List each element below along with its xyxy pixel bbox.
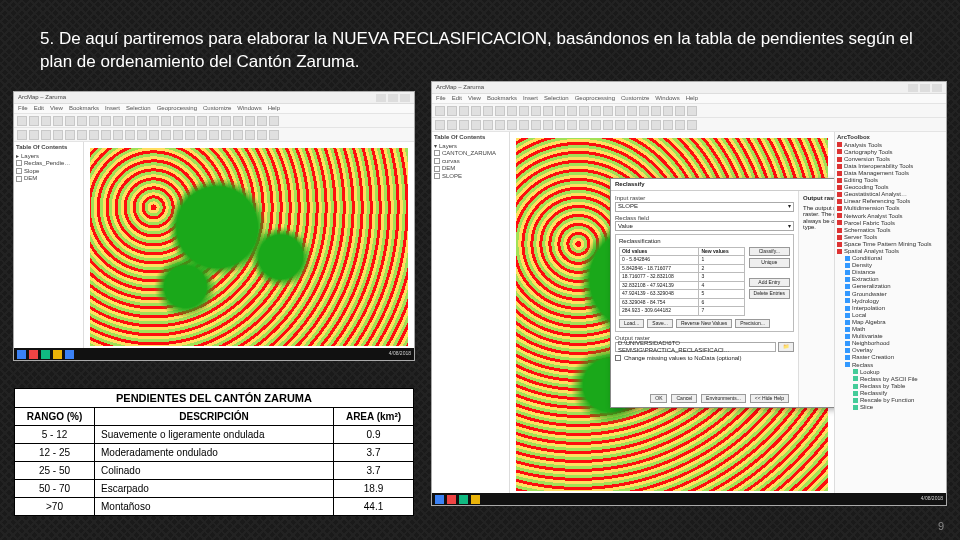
- classify-button[interactable]: Classify...: [749, 247, 790, 257]
- toolbar-icon[interactable]: [77, 116, 87, 126]
- toolbar-icon[interactable]: [125, 116, 135, 126]
- toolbar-icon[interactable]: [197, 116, 207, 126]
- toolbar-icon[interactable]: [149, 130, 159, 140]
- reclass-row[interactable]: 32.832108 - 47.9241394: [620, 281, 745, 290]
- toolbar-icon[interactable]: [627, 120, 637, 130]
- input-raster-dropdown[interactable]: SLOPE ▾: [615, 202, 794, 212]
- toolbar-icon[interactable]: [447, 106, 457, 116]
- toolbar-icon[interactable]: [531, 120, 541, 130]
- toolbar-icon[interactable]: [41, 116, 51, 126]
- browse-folder-icon[interactable]: 📁: [778, 342, 794, 352]
- hide-help-button[interactable]: << Hide Help: [750, 394, 789, 404]
- reclass-row[interactable]: 63.329048 - 84.7546: [620, 298, 745, 307]
- toolbox-item[interactable]: Spatial Analyst Tools: [837, 248, 944, 255]
- reclass-field-dropdown[interactable]: Value ▾: [615, 221, 794, 231]
- reclass-table[interactable]: Old values New values 0 - 5.84284615.842…: [619, 247, 745, 316]
- menu-item[interactable]: Edit: [34, 105, 44, 112]
- menu-item[interactable]: View: [468, 95, 481, 102]
- toolbar-icon[interactable]: [161, 130, 171, 140]
- menu-item[interactable]: File: [436, 95, 446, 102]
- layer-item[interactable]: curvas: [434, 158, 507, 165]
- reclass-row[interactable]: 284.923 - 309.6441827: [620, 307, 745, 316]
- toolbar-icon[interactable]: [435, 106, 445, 116]
- toolbar-icon[interactable]: [233, 116, 243, 126]
- toolbar-icon[interactable]: [507, 120, 517, 130]
- toolbar-icon[interactable]: [555, 106, 565, 116]
- toolbar-icon[interactable]: [113, 130, 123, 140]
- toolbar-icon[interactable]: [269, 116, 279, 126]
- toolbar-icon[interactable]: [531, 106, 541, 116]
- environments-button[interactable]: Environments...: [701, 394, 746, 404]
- layer-item[interactable]: Reclas_Pendie…: [16, 160, 81, 167]
- toolbar-icon[interactable]: [627, 106, 637, 116]
- reclass-row[interactable]: 18.716077 - 32.8321083: [620, 273, 745, 282]
- toolbox-subitem[interactable]: Groundwater: [837, 291, 944, 298]
- layer-item[interactable]: DEM: [16, 175, 81, 182]
- toolbar-icon[interactable]: [675, 120, 685, 130]
- toolbar-icon[interactable]: [519, 106, 529, 116]
- toolbox-subitem[interactable]: Generalization: [837, 283, 944, 290]
- toolbar-icon[interactable]: [245, 116, 255, 126]
- toolbar-icon[interactable]: [209, 116, 219, 126]
- toolbar-icon[interactable]: [639, 106, 649, 116]
- toolbar-icon[interactable]: [17, 116, 27, 126]
- layer-item[interactable]: SLOPE: [434, 173, 507, 180]
- toolbar-icon[interactable]: [257, 130, 267, 140]
- toolbar-icon[interactable]: [567, 120, 577, 130]
- toolbox-subitem[interactable]: Overlay: [837, 347, 944, 354]
- toolbox-tool[interactable]: Reclassify: [837, 390, 944, 397]
- toolbar-icon[interactable]: [65, 116, 75, 126]
- toolbar-icon[interactable]: [269, 130, 279, 140]
- menu-item[interactable]: Edit: [452, 95, 462, 102]
- toolbar-icon[interactable]: [161, 116, 171, 126]
- toolbar-icon[interactable]: [173, 130, 183, 140]
- toolbar-icon[interactable]: [651, 106, 661, 116]
- toolbox-subitem[interactable]: Hydrology: [837, 298, 944, 305]
- save-button[interactable]: Save...: [647, 319, 673, 329]
- load-button[interactable]: Load...: [619, 319, 644, 329]
- toolbar-icon[interactable]: [245, 130, 255, 140]
- toolbar-icon[interactable]: [125, 130, 135, 140]
- menu-item[interactable]: Selection: [126, 105, 151, 112]
- toolbar-icon[interactable]: [149, 116, 159, 126]
- unique-button[interactable]: Unique: [749, 258, 790, 268]
- layer-item[interactable]: DEM: [434, 165, 507, 172]
- ok-button[interactable]: OK: [650, 394, 667, 404]
- toolbar-icon[interactable]: [113, 116, 123, 126]
- toolbox-item[interactable]: Multidimension Tools: [837, 205, 944, 212]
- add-entry-button[interactable]: Add Entry: [749, 278, 790, 288]
- reclass-row[interactable]: 47.924139 - 63.3290485: [620, 290, 745, 299]
- menu-item[interactable]: Insert: [523, 95, 538, 102]
- toolbox-item[interactable]: Geostatistical Analyst…: [837, 191, 944, 198]
- toolbar-icon[interactable]: [197, 130, 207, 140]
- nodata-checkbox[interactable]: Change missing values to NoData (optiona…: [615, 355, 794, 362]
- toolbox-item[interactable]: Server Tools: [837, 234, 944, 241]
- toolbar-icon[interactable]: [101, 130, 111, 140]
- menu-item[interactable]: Selection: [544, 95, 569, 102]
- output-raster-path[interactable]: D:\UNIVERSIDAD\6TO SEM\SIG\PRACTICA_RECL…: [615, 342, 776, 352]
- toolbar-icon[interactable]: [663, 106, 673, 116]
- toolbox-subitem[interactable]: Raster Creation: [837, 354, 944, 361]
- toolbar-icon[interactable]: [435, 120, 445, 130]
- toolbar-icon[interactable]: [221, 130, 231, 140]
- toolbar-icon[interactable]: [603, 106, 613, 116]
- toolbar-icon[interactable]: [89, 130, 99, 140]
- toolbox-subitem[interactable]: Math: [837, 326, 944, 333]
- toolbar-icon[interactable]: [519, 120, 529, 130]
- toolbar-icon[interactable]: [101, 116, 111, 126]
- menu-item[interactable]: Customize: [203, 105, 231, 112]
- menu-item[interactable]: File: [18, 105, 28, 112]
- menu-item[interactable]: Help: [686, 95, 698, 102]
- toolbar-icon[interactable]: [567, 106, 577, 116]
- cancel-button[interactable]: Cancel: [671, 394, 697, 404]
- toolbox-subitem[interactable]: Extraction: [837, 276, 944, 283]
- toolbox-item[interactable]: Geocoding Tools: [837, 184, 944, 191]
- menu-item[interactable]: Windows: [655, 95, 679, 102]
- toolbar-icon[interactable]: [495, 120, 505, 130]
- toolbar-icon[interactable]: [29, 116, 39, 126]
- toolbar-icon[interactable]: [495, 106, 505, 116]
- precision-button[interactable]: Precision...: [735, 319, 770, 329]
- toolbar-icon[interactable]: [591, 120, 601, 130]
- toolbar-icon[interactable]: [543, 120, 553, 130]
- toolbar-icon[interactable]: [173, 116, 183, 126]
